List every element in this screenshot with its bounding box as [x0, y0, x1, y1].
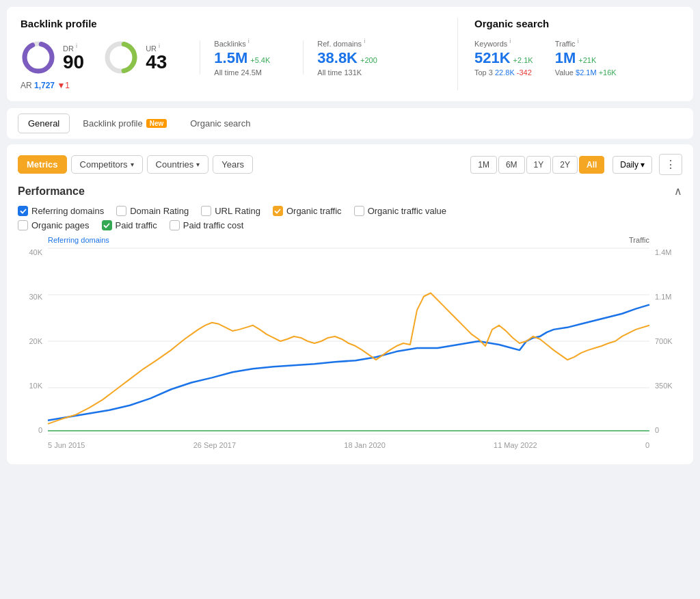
checkbox-label-paid-traffic-cost: Paid traffic cost [183, 220, 244, 230]
checkbox-paid-traffic-cost[interactable]: Paid traffic cost [170, 220, 244, 230]
checkbox-paid-traffic[interactable]: Paid traffic [102, 220, 157, 230]
chart-area: Referring domains Traffic 40K 30K 20K 10… [18, 236, 682, 455]
time-1y[interactable]: 1Y [526, 156, 552, 174]
checkbox-domain-rating[interactable]: Domain Rating [116, 206, 189, 216]
svg-point-1 [25, 44, 52, 71]
time-2y[interactable]: 2Y [552, 156, 578, 174]
time-1m[interactable]: 1M [470, 156, 497, 174]
backlinks-subtext: All time 24.5M [214, 68, 270, 77]
checkbox-organic-traffic[interactable]: Organic traffic [273, 206, 342, 216]
backlinks-delta: +5.4K [250, 56, 270, 64]
y-right-label: Traffic [629, 236, 649, 244]
x-axis: 5 Jun 2015 26 Sep 2017 18 Jan 2020 11 Ma… [48, 436, 649, 455]
time-6m[interactable]: 6M [498, 156, 525, 174]
dr-donut-chart [21, 40, 56, 75]
traffic-delta: +21K [578, 56, 596, 64]
collapse-icon[interactable]: ∧ [674, 185, 682, 198]
x-tick-3: 11 May 2022 [494, 441, 537, 449]
ar-value[interactable]: 1,727 [34, 81, 55, 90]
traffic-subtext: Value $2.1M +16K [555, 68, 617, 77]
organic-title: Organic search [474, 18, 679, 29]
checkbox-label-paid-traffic: Paid traffic [116, 220, 157, 230]
ref-domains-value: 38.8K [317, 49, 358, 67]
tab-general[interactable]: General [18, 114, 70, 133]
checkbox-label-domain-rating: Domain Rating [130, 206, 189, 216]
competitors-button[interactable]: Competitors ▾ [71, 155, 143, 174]
checkbox-label-referring-domains: Referring domains [31, 206, 104, 216]
y-left-label: Referring domains [48, 236, 109, 244]
x-tick-0: 5 Jun 2015 [48, 441, 85, 449]
keywords-subtext: Top 3 22.8K -342 [474, 68, 533, 77]
time-all[interactable]: All [579, 156, 604, 174]
x-tick-2: 18 Jan 2020 [344, 441, 386, 449]
granularity-button[interactable]: Daily ▾ [612, 156, 652, 174]
ref-domains-delta: +200 [360, 56, 377, 64]
performance-title: Performance [18, 185, 85, 198]
chart-svg-container [48, 248, 649, 434]
ref-domains-label: Ref. domains i [317, 38, 377, 48]
ar-delta: ▼1 [57, 81, 70, 90]
checkbox-label-organic-traffic-value: Organic traffic value [368, 206, 446, 216]
countries-button[interactable]: Countries ▾ [147, 155, 209, 174]
traffic-value: 1M [555, 49, 576, 67]
x-tick-4: 0 [645, 441, 649, 449]
checkbox-label-organic-traffic: Organic traffic [286, 206, 342, 216]
checkbox-label-url-rating: URL Rating [215, 206, 260, 216]
new-badge: New [146, 119, 167, 128]
keywords-value: 521K [474, 49, 511, 67]
ref-domains-subtext: All time 131K [317, 68, 377, 77]
backlinks-label: Backlinks i [214, 38, 270, 48]
y-axis-right: 1.4M 1.1M 700K 350K 0 [652, 248, 682, 434]
granularity-arrow-icon: ▾ [641, 160, 645, 170]
competitors-arrow-icon: ▾ [131, 161, 134, 168]
countries-arrow-icon: ▾ [196, 161, 200, 168]
tab-organic-search[interactable]: Organic search [180, 114, 260, 133]
checkbox-referring-domains[interactable]: Referring domains [18, 206, 104, 216]
checkboxes-container: Referring domains Domain Rating URL Rati… [18, 206, 682, 230]
ur-donut-chart [103, 40, 139, 75]
checkbox-organic-traffic-value[interactable]: Organic traffic value [354, 206, 446, 216]
x-tick-1: 26 Sep 2017 [193, 441, 236, 449]
metrics-button[interactable]: Metrics [18, 155, 67, 174]
backlinks-value: 1.5M [214, 49, 247, 67]
backlink-title: Backlink profile [21, 18, 444, 29]
years-button[interactable]: Years [213, 155, 253, 174]
keywords-delta: +2.1K [513, 56, 533, 64]
more-options-button[interactable]: ⋮ [659, 154, 682, 175]
traffic-label: Traffic i [555, 38, 617, 48]
dr-value: 90 [63, 53, 84, 72]
checkbox-organic-pages[interactable]: Organic pages [18, 220, 90, 230]
keywords-label: Keywords i [474, 38, 533, 48]
checkbox-url-rating[interactable]: URL Rating [201, 206, 260, 216]
tab-backlink-profile[interactable]: Backlink profile New [72, 114, 177, 133]
checkbox-label-organic-pages: Organic pages [31, 220, 90, 230]
ur-value: 43 [146, 53, 167, 72]
time-period-group: 1M 6M 1Y 2Y All [470, 156, 604, 174]
y-axis-left: 40K 30K 20K 10K 0 [18, 248, 45, 434]
ar-row: AR 1,727 ▼1 [21, 81, 444, 90]
